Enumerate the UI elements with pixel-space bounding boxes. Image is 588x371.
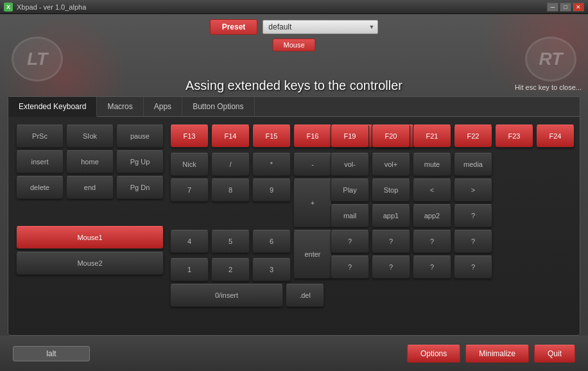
key-stop[interactable]: Stop	[372, 178, 410, 202]
key-vol-plus[interactable]: vol+	[372, 153, 410, 176]
tab-button-options[interactable]: Button Options	[182, 97, 254, 116]
app-icon: X	[4, 3, 13, 12]
key-delete[interactable]: delete	[16, 176, 64, 199]
key-unknown-9[interactable]: ?	[454, 255, 492, 279]
key-unknown-7[interactable]: ?	[372, 255, 410, 279]
maximize-button[interactable]: □	[560, 3, 571, 12]
mouse1-button[interactable]: Mouse1	[16, 226, 164, 249]
key-1[interactable]: 1	[170, 258, 209, 281]
tab-extended-keyboard[interactable]: Extended Keyboard	[8, 97, 97, 117]
key-numpad-plus[interactable]: +	[293, 178, 332, 227]
preset-label-button[interactable]: Preset	[210, 19, 258, 35]
key-7[interactable]: 7	[170, 178, 209, 202]
key-unknown-5[interactable]: ?	[454, 230, 492, 253]
key-slok[interactable]: SIok	[66, 125, 114, 148]
bottom-bar: Options Minimalize Quit	[0, 336, 588, 371]
key-end[interactable]: end	[66, 176, 114, 199]
key-next[interactable]: >	[454, 178, 492, 202]
key-pgdn[interactable]: Pg Dn	[116, 176, 164, 199]
key-media[interactable]: media	[454, 153, 492, 176]
app-title: Xbpad - ver 1.0_alpha	[17, 3, 86, 11]
key-3[interactable]: 3	[252, 258, 291, 281]
key-8[interactable]: 8	[211, 178, 250, 202]
main-area: LT RT Preset default Mouse Assing extend…	[0, 14, 588, 371]
middle-panel: F13 F14 F15 F16 F17 F18 Nick / * - 7 8	[170, 125, 324, 307]
lalt-input[interactable]	[13, 346, 90, 361]
key-0ins[interactable]: 0/insert	[170, 284, 283, 307]
key-prsc[interactable]: PrSc	[16, 125, 64, 148]
logo-lt: LT	[5, 33, 69, 85]
minimalize-button[interactable]: Minimalize	[465, 345, 529, 363]
key-f22[interactable]: F22	[454, 125, 492, 148]
key-unknown-6[interactable]: ?	[331, 255, 369, 279]
title-bar: X Xbpad - ver 1.0_alpha ─ □ ✕	[0, 0, 588, 14]
key-f19[interactable]: F19	[331, 125, 369, 148]
main-heading: Assing extended keys to the controller	[186, 78, 402, 93]
key-unknown-1[interactable]: ?	[454, 204, 492, 227]
key-home[interactable]: home	[66, 150, 114, 173]
key-f13[interactable]: F13	[170, 125, 209, 148]
key-dot-del[interactable]: .del	[286, 284, 324, 307]
key-play[interactable]: Play	[331, 178, 369, 202]
tab-bar: Extended Keyboard Macros Apps Button Opt…	[8, 97, 580, 117]
key-f24[interactable]: F24	[536, 125, 575, 148]
key-app2[interactable]: app2	[413, 204, 451, 227]
key-2[interactable]: 2	[211, 258, 250, 281]
key-f15[interactable]: F15	[252, 125, 291, 148]
key-f14[interactable]: F14	[211, 125, 250, 148]
left-panel: PrSc SIok pause insert home Pg Up delete…	[16, 125, 164, 307]
key-unknown-3[interactable]: ?	[372, 230, 410, 253]
key-insert[interactable]: insert	[16, 150, 64, 173]
mouse-button[interactable]: Mouse	[272, 39, 315, 51]
key-unknown-2[interactable]: ?	[331, 230, 369, 253]
key-nick[interactable]: Nick	[170, 153, 209, 176]
tab-macros[interactable]: Macros	[97, 97, 143, 116]
key-app1[interactable]: app1	[372, 204, 410, 227]
key-mute[interactable]: mute	[413, 153, 451, 176]
key-prev[interactable]: <	[413, 178, 451, 202]
quit-button[interactable]: Quit	[534, 345, 575, 363]
right-panel: F19 F20 F21 F22 F23 F24 vol- vol+ mute m…	[331, 153, 575, 307]
key-unknown-8[interactable]: ?	[413, 255, 451, 279]
key-numpad-minus[interactable]: -	[293, 153, 332, 176]
key-f21[interactable]: F21	[413, 125, 451, 148]
key-numpad-star[interactable]: *	[252, 153, 291, 176]
key-unknown-4[interactable]: ?	[413, 230, 451, 253]
key-mail[interactable]: mail	[331, 204, 369, 227]
logo-rt: RT	[519, 33, 583, 85]
key-pause[interactable]: pause	[116, 125, 164, 148]
key-f23[interactable]: F23	[495, 125, 533, 148]
options-button[interactable]: Options	[407, 345, 460, 363]
close-button[interactable]: ✕	[573, 3, 584, 12]
mouse2-button[interactable]: Mouse2	[16, 252, 164, 275]
tab-apps[interactable]: Apps	[144, 97, 182, 116]
key-f20[interactable]: F20	[372, 125, 410, 148]
key-numpad-slash[interactable]: /	[211, 153, 250, 176]
esc-hint: Hit esc key to close...	[515, 83, 582, 91]
preset-select[interactable]: default	[263, 20, 378, 34]
minimize-button[interactable]: ─	[547, 3, 558, 12]
key-pgup[interactable]: Pg Up	[116, 150, 164, 173]
key-9[interactable]: 9	[252, 178, 291, 202]
key-f16[interactable]: F16	[293, 125, 332, 148]
keyboard-panel: Extended Keyboard Macros Apps Button Opt…	[8, 96, 580, 336]
key-numpad-enter[interactable]: enter	[293, 230, 332, 279]
key-vol-minus[interactable]: vol-	[331, 153, 369, 176]
